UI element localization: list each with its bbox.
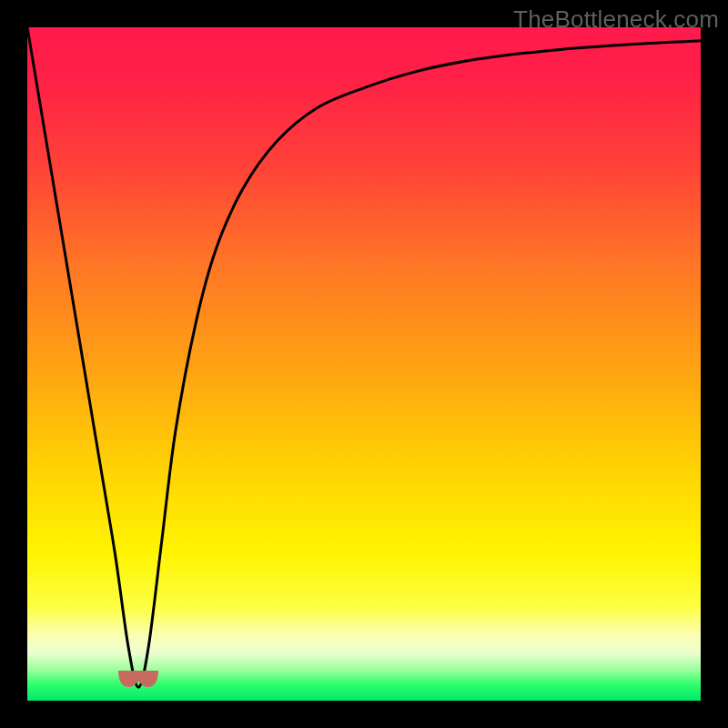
bottleneck-curve: [27, 27, 701, 701]
plot-area: [27, 27, 701, 701]
optimal-marker: [113, 665, 164, 693]
chart-frame: TheBottleneck.com: [0, 0, 728, 728]
watermark-text: TheBottleneck.com: [513, 5, 719, 34]
